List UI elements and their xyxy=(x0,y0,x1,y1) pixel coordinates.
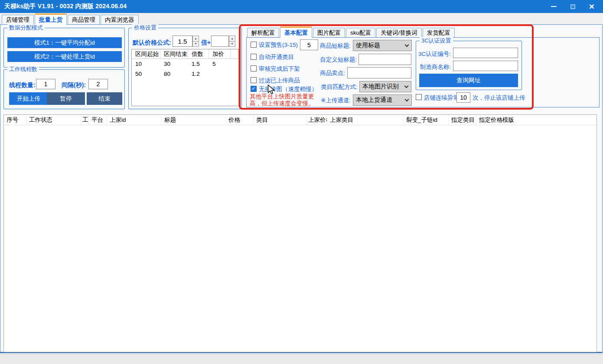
auto-open-category-label: 自动开通类目 xyxy=(259,53,294,61)
spinner-down-icon[interactable]: ▼ xyxy=(192,42,199,47)
tab-sku-config[interactable]: sku配置 xyxy=(346,28,375,38)
tab-product-management[interactable]: 商品管理 xyxy=(68,15,100,25)
thread-count-label: 线程数量: xyxy=(9,81,36,89)
presale-checkbox[interactable] xyxy=(251,42,257,48)
col-work-status[interactable]: 工作状态 xyxy=(26,115,81,125)
category-match-value: 本地图片识别 xyxy=(362,83,399,91)
filter-uploaded-checkbox[interactable] xyxy=(251,77,257,83)
short-title-value: 使用标题 xyxy=(356,42,380,49)
price-range-table: 区间起始 区间结束 倍数 加价 10 30 1.5 5 50 80 1.2 xyxy=(131,49,239,106)
close-button[interactable]: × xyxy=(582,0,601,13)
spinner-down-icon[interactable]: ▼ xyxy=(229,42,235,47)
close-icon: × xyxy=(589,2,594,11)
cert-3c-group: 3C认证设置 3C认证编号: 制造商名称: 查询网址 xyxy=(416,41,522,90)
upload-channel-value: 本地上货通道 xyxy=(356,96,392,104)
short-title-select[interactable]: 使用标题 xyxy=(353,40,412,51)
cell-markup xyxy=(209,69,231,79)
mode1-button[interactable]: 模式1：一键平均分配id xyxy=(7,37,122,48)
jobs-table: 序号 工作状态 工 平台 上家id 标题 价格 类目 上家价格 上家类目 裂变_… xyxy=(3,114,597,352)
threads-group: 工作线程数 线程数量: 间隔(秒): 开始上传 暂停 结束 xyxy=(3,69,125,109)
spinner-up-icon[interactable]: ▲ xyxy=(192,36,199,42)
tab-parse-config[interactable]: 解析配置 xyxy=(247,28,279,38)
col-fission-sublink-id[interactable]: 裂变_子链id xyxy=(404,115,449,125)
cell-range-start: 50 xyxy=(132,69,160,79)
tab-shop-management[interactable]: 店铺管理 xyxy=(2,15,34,25)
category-match-label: 类目匹配方式: xyxy=(321,83,358,91)
filter-uploaded-label: 过滤已上传商品 xyxy=(259,77,300,84)
price-table-header-row: 区间起始 区间结束 倍数 加价 xyxy=(132,49,238,59)
price-col-markup[interactable]: 加价 xyxy=(209,49,231,58)
minimize-icon xyxy=(551,6,557,7)
shop-abnormal-suffix: 次，停止该店铺上传 xyxy=(473,94,525,102)
stop-button[interactable]: 结束 xyxy=(87,92,122,105)
shop-abnormal-count-input[interactable] xyxy=(456,92,470,103)
custom-short-title-label: 自定义短标题: xyxy=(320,56,357,64)
tab-shipping-config[interactable]: 发货配置 xyxy=(423,28,455,38)
col-assigned-price-template[interactable]: 指定价格模版 xyxy=(476,115,596,125)
col-title[interactable]: 标题 xyxy=(162,115,226,125)
price-col-range-start[interactable]: 区间起始 xyxy=(132,49,160,58)
price-table-row[interactable]: 50 80 1.2 xyxy=(132,69,238,79)
spinner-up-icon[interactable]: ▲ xyxy=(229,36,235,42)
minimize-button[interactable] xyxy=(544,0,563,13)
col-seq[interactable]: 序号 xyxy=(4,115,26,125)
presale-label: 设置预售(3-15) xyxy=(259,41,298,49)
shop-abnormal-checkbox[interactable] xyxy=(416,94,422,100)
col-source-category[interactable]: 上家类目 xyxy=(327,115,404,125)
lossless-warning-line2: 高，但上传速度会变慢。 xyxy=(250,100,314,107)
col-price[interactable]: 价格 xyxy=(226,115,254,125)
col-assigned-category[interactable]: 指定类目 xyxy=(449,115,476,125)
data-mode-group-title: 数据分配模式 xyxy=(7,24,45,31)
custom-short-title-input[interactable] xyxy=(359,54,411,65)
tab-image-config[interactable]: 图片配置 xyxy=(313,28,345,38)
upload-channel-label: ※上传通道: xyxy=(321,97,351,104)
cert-3c-group-title: 3C认证设置 xyxy=(420,37,453,44)
mode2-button[interactable]: 模式2：一键处理上货id xyxy=(7,51,122,62)
col-platform[interactable]: 平台 xyxy=(89,115,107,125)
col-source-id[interactable]: 上家id xyxy=(107,115,162,125)
col-category[interactable]: 类目 xyxy=(254,115,306,125)
selling-point-input[interactable] xyxy=(347,67,411,78)
interval-input[interactable] xyxy=(88,79,108,89)
presale-days-input[interactable] xyxy=(300,39,318,50)
category-match-select[interactable]: 本地图片识别 xyxy=(359,81,411,92)
window-controls: × xyxy=(544,0,601,13)
lossless-image-label: 无损传图（速度稍慢） xyxy=(259,85,317,93)
start-upload-button[interactable]: 开始上传 xyxy=(9,92,48,105)
pause-button[interactable]: 暂停 xyxy=(47,92,85,105)
cell-multiplier: 1.2 xyxy=(188,69,209,79)
price-col-multiplier[interactable]: 倍数 xyxy=(188,49,209,58)
tab-builtin-browser[interactable]: 内置浏览器 xyxy=(101,15,139,25)
price-plus-input[interactable] xyxy=(211,36,229,47)
manufacturer-input[interactable] xyxy=(453,61,518,71)
status-bar xyxy=(0,354,603,364)
price-formula-spinner[interactable]: ▲▼ xyxy=(192,36,199,47)
query-url-button[interactable]: 查询网址 xyxy=(419,74,518,87)
thread-count-input[interactable] xyxy=(36,79,55,89)
upload-channel-select[interactable]: 本地上货通道 xyxy=(353,94,412,106)
cell-range-end: 30 xyxy=(160,59,188,69)
tab-keyword-replace[interactable]: 关键词/替换词 xyxy=(376,28,422,38)
price-plus-spinner[interactable]: ▲▼ xyxy=(229,36,235,47)
col-truncated[interactable]: 工 xyxy=(81,115,89,125)
cell-range-end: 80 xyxy=(160,69,188,79)
tab-batch-upload[interactable]: 批量上货 xyxy=(35,13,67,25)
shop-abnormal-label: 店铺连续异常 xyxy=(424,94,459,102)
auto-open-category-checkbox[interactable] xyxy=(251,54,257,60)
jobs-table-header: 序号 工作状态 工 平台 上家id 标题 价格 类目 上家价格 上家类目 裂变_… xyxy=(4,115,596,125)
price-formula-input[interactable] xyxy=(173,36,192,47)
jobs-table-body[interactable] xyxy=(4,125,596,352)
price-col-filler xyxy=(231,49,238,58)
config-tab-strip: 解析配置 基本配置 图片配置 sku配置 关键词/替换词 发货配置 xyxy=(247,26,455,38)
tab-basic-config[interactable]: 基本配置 xyxy=(280,26,312,38)
delist-after-review-checkbox[interactable] xyxy=(251,65,257,72)
cell-range-start: 10 xyxy=(132,59,160,69)
delist-after-review-label: 审核完成后下架 xyxy=(259,65,300,73)
col-source-price[interactable]: 上家价格 xyxy=(306,115,327,125)
lossless-image-checkbox[interactable] xyxy=(251,86,257,92)
cert-no-input[interactable] xyxy=(453,48,518,58)
price-col-range-end[interactable]: 区间结束 xyxy=(160,49,188,58)
maximize-button[interactable] xyxy=(563,0,582,13)
short-title-label: 商品短标题: xyxy=(320,42,351,50)
price-table-row[interactable]: 10 30 1.5 5 xyxy=(132,59,238,69)
